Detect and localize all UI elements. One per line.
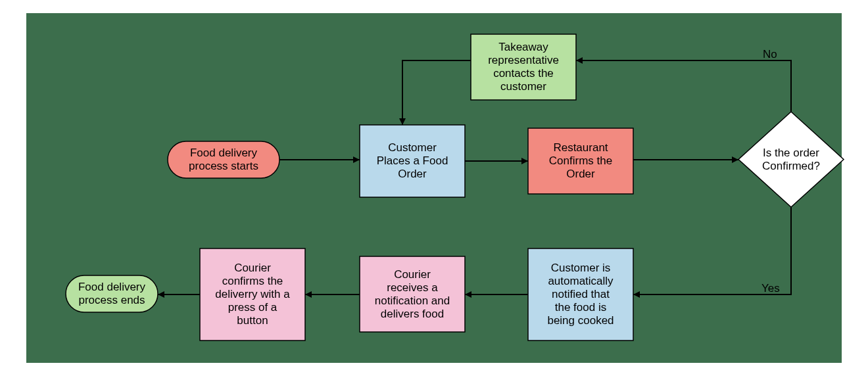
node-start-label: Food delivery — [190, 147, 258, 159]
node-confirmOrder-label: Confirms the — [549, 154, 612, 167]
node-takeaway-label: representative — [488, 54, 559, 66]
node-courierConfirm-label: confirms the — [222, 275, 283, 287]
node-courierDeliver-label: notification and — [375, 294, 450, 307]
node-confirmOrder-label: Restaurant — [553, 141, 608, 154]
node-notified-label: Customer is — [551, 262, 611, 274]
node-notified-label: notified that — [552, 288, 610, 300]
node-takeaway-label: Takeaway — [498, 41, 548, 53]
node-confirmOrder-label: Order — [566, 168, 595, 180]
node-end-label: Food delivery — [78, 281, 146, 293]
node-courierDeliver-label: receives a — [387, 281, 438, 294]
node-courierConfirm-label: press of a — [228, 301, 277, 314]
node-notified-label: the food is — [555, 301, 606, 314]
edge-e4-label: No — [763, 48, 777, 60]
node-end: Food deliveryprocess ends — [66, 275, 158, 312]
node-notified-label: automatically — [548, 275, 614, 287]
node-placeOrder-label: Customer — [388, 141, 437, 154]
node-takeaway: Takeawayrepresentativecontacts thecustom… — [471, 34, 576, 100]
node-decision-label: Confirmed? — [762, 160, 820, 172]
node-takeaway-label: contacts the — [493, 67, 554, 80]
node-end-label: process ends — [78, 294, 145, 306]
node-start: Food deliveryprocess starts — [168, 141, 279, 178]
node-notified: Customer isautomaticallynotified thatthe… — [528, 248, 633, 341]
node-courierConfirm-label: Courier — [234, 262, 271, 274]
node-start-label: process starts — [189, 160, 258, 172]
node-courierConfirm: Courierconfirms thedeliverry with apress… — [200, 248, 305, 341]
node-placeOrder-label: Places a Food — [377, 154, 448, 167]
node-courierDeliver-label: delivers food — [381, 308, 444, 320]
node-decision-label: Is the order — [763, 147, 819, 159]
node-courierConfirm-label: button — [237, 314, 268, 327]
node-confirmOrder: RestaurantConfirms theOrder — [528, 128, 633, 194]
node-placeOrder-label: Order — [398, 168, 427, 180]
node-takeaway-label: customer — [500, 80, 546, 93]
node-notified-label: being cooked — [547, 314, 614, 327]
node-courierDeliver-label: Courier — [394, 268, 431, 281]
node-courierConfirm-label: deliverry with a — [215, 288, 290, 300]
node-placeOrder: CustomerPlaces a FoodOrder — [360, 125, 465, 197]
node-courierDeliver: Courierreceives anotification anddeliver… — [360, 256, 465, 332]
edge-e6-label: Yes — [761, 282, 780, 294]
